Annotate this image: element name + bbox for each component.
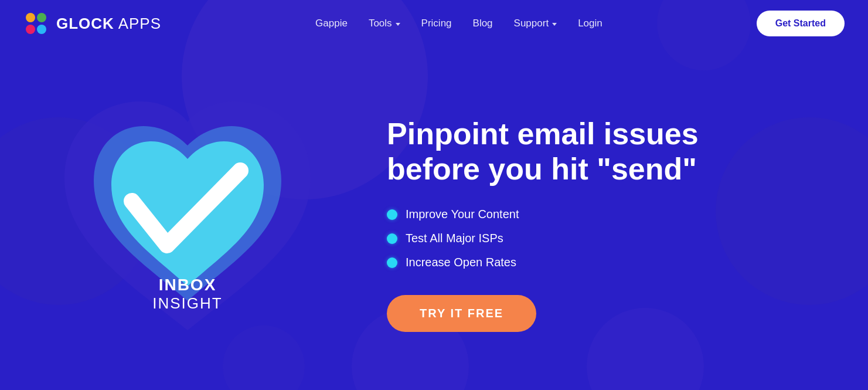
heart-insight-text: INSIGHT <box>152 294 222 313</box>
heart-inbox-text: INBOX <box>152 276 222 294</box>
hero-section: INBOX INSIGHT Pinpoint email issues befo… <box>0 47 868 390</box>
feature-item-content: Improve Your Content <box>387 208 821 221</box>
logo-dot-orange <box>26 13 35 22</box>
feature-item-open-rates: Increase Open Rates <box>387 256 821 269</box>
logo-icon <box>23 11 49 36</box>
nav-blog[interactable]: Blog <box>473 18 493 29</box>
feature-dot-icon <box>387 233 397 244</box>
feature-item-isps: Test All Major ISPs <box>387 232 821 245</box>
logo-dot-pink <box>26 25 35 34</box>
nav-links: Gappie Tools Pricing Blog Support Login <box>161 18 757 29</box>
hero-graphic: INBOX INSIGHT <box>35 72 340 377</box>
chevron-down-icon <box>396 23 400 26</box>
heart-label: INBOX INSIGHT <box>152 276 222 313</box>
nav-pricing[interactable]: Pricing <box>421 18 452 29</box>
navbar: GLOCK APPS Gappie Tools Pricing Blog Sup… <box>0 0 868 47</box>
nav-support[interactable]: Support <box>514 18 557 29</box>
logo-dot-blue <box>37 25 46 34</box>
nav-tools[interactable]: Tools <box>369 18 400 29</box>
logo[interactable]: GLOCK APPS <box>23 11 161 36</box>
hero-content: Pinpoint email issues before you hit "se… <box>340 117 821 333</box>
nav-gappie[interactable]: Gappie <box>315 18 348 29</box>
logo-dot-green <box>37 13 46 22</box>
chevron-down-icon <box>552 23 557 26</box>
feature-dot-icon <box>387 209 397 220</box>
hero-title: Pinpoint email issues before you hit "se… <box>387 117 821 187</box>
get-started-button[interactable]: Get Started <box>757 11 845 36</box>
try-free-button[interactable]: TRY IT FREE <box>387 295 536 332</box>
nav-login[interactable]: Login <box>578 18 603 29</box>
brand-name: GLOCK APPS <box>56 15 161 33</box>
hero-features-list: Improve Your Content Test All Major ISPs… <box>387 208 821 269</box>
navbar-cta: Get Started <box>757 11 845 36</box>
heart-svg <box>41 84 334 365</box>
feature-dot-icon <box>387 257 397 268</box>
